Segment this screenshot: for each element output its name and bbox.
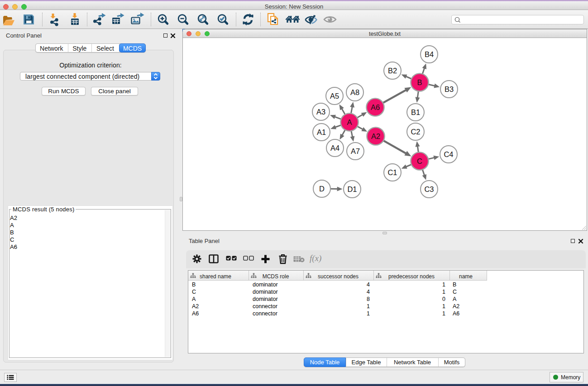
svg-text:D: D <box>319 185 325 193</box>
svg-text:A2: A2 <box>371 132 380 140</box>
svg-text:B: B <box>417 78 422 86</box>
svg-text:C: C <box>417 157 422 165</box>
svg-text:C2: C2 <box>411 128 420 136</box>
svg-text:B2: B2 <box>388 67 397 75</box>
svg-text:A6: A6 <box>371 103 380 111</box>
svg-text:A: A <box>347 118 352 126</box>
svg-text:A7: A7 <box>351 147 360 155</box>
svg-text:D1: D1 <box>347 185 357 193</box>
svg-text:A4: A4 <box>330 144 339 152</box>
svg-text:A5: A5 <box>330 92 339 100</box>
svg-text:B1: B1 <box>411 108 420 116</box>
svg-text:C4: C4 <box>444 150 453 158</box>
svg-text:A8: A8 <box>350 88 359 96</box>
svg-text:A1: A1 <box>317 128 326 136</box>
svg-text:C1: C1 <box>387 168 397 176</box>
svg-text:A3: A3 <box>316 108 325 116</box>
svg-text:B3: B3 <box>445 85 454 93</box>
svg-text:C3: C3 <box>424 185 434 193</box>
svg-text:B4: B4 <box>425 50 434 58</box>
